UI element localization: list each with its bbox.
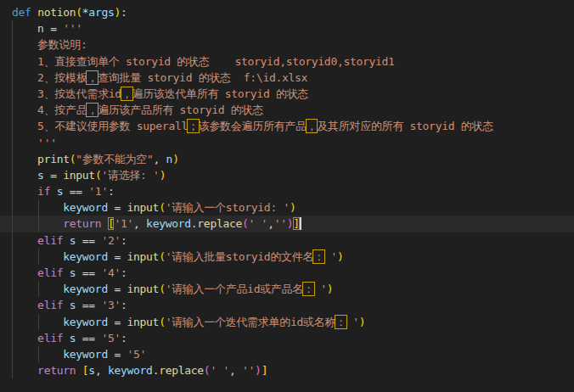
indent-guide — [38, 346, 39, 362]
code-token: , — [229, 364, 242, 377]
code-line[interactable]: 2、按模板，查询批量 storyid 的状态 f:\id.xlsx — [0, 70, 574, 86]
indent-guide — [12, 36, 13, 53]
code-token: = — [108, 316, 127, 328]
code-token: ( — [159, 316, 166, 328]
code-token — [12, 137, 37, 149]
code-line[interactable]: s = input('请选择: ') — [0, 167, 574, 183]
code-line[interactable]: ''' — [0, 135, 574, 151]
code-token: keyword — [63, 201, 108, 214]
code-token — [12, 266, 37, 279]
code-line[interactable]: elif s == '4': — [0, 265, 574, 281]
code-token — [12, 250, 63, 263]
code-token: '3' — [101, 299, 121, 311]
indent-guide — [12, 232, 13, 249]
code-token — [12, 38, 37, 51]
code-line[interactable]: elif s == '3': — [0, 297, 574, 313]
code-line[interactable]: keyword = input('请输入一个产品id或产品名： ') — [0, 281, 574, 297]
code-editor[interactable]: def notion(*args): n = ''' 参数说明: 1、直接查询单… — [0, 0, 574, 392]
code-token — [12, 71, 37, 84]
code-token: keyword — [63, 348, 108, 361]
code-token: '请输入一个storyid: ' — [166, 201, 290, 214]
code-token: : — [121, 299, 127, 311]
code-token — [12, 364, 37, 377]
code-line[interactable]: elif s == '5': — [0, 330, 574, 346]
indent-guide — [12, 118, 13, 134]
code-token: ( — [159, 201, 166, 214]
code-line[interactable]: 参数说明: — [0, 36, 574, 53]
code-token: s — [88, 364, 95, 377]
code-token — [63, 299, 70, 311]
code-line[interactable]: print("参数不能为空", n) — [0, 151, 574, 167]
indent-guide — [38, 249, 39, 265]
code-token: input — [63, 169, 95, 182]
code-line[interactable]: n = ''' — [0, 20, 574, 36]
indent-guide — [12, 249, 13, 265]
code-token: , — [95, 364, 108, 377]
code-token: return — [37, 364, 76, 377]
indent-guide — [12, 362, 13, 378]
code-token: '5' — [127, 348, 147, 361]
code-line[interactable]: 5、不建议使用参数 superall；该参数会遍历所有产品，及其所对应的所有 s… — [0, 118, 574, 134]
code-line[interactable]: keyword = input('请输入一个迭代需求单的id或名称： ') — [0, 314, 574, 330]
code-line[interactable]: def notion(*args): — [0, 4, 574, 20]
code-token: ' — [314, 283, 327, 295]
code-token: elif — [37, 332, 63, 344]
code-token: '请输入一个产品id或产品名 — [166, 283, 303, 295]
code-token: ( — [242, 217, 249, 230]
code-line[interactable]: keyword = input('请输入一个storyid: ') — [0, 199, 574, 216]
code-token: : — [121, 266, 127, 279]
indent-guide — [12, 20, 13, 36]
indent-guide — [38, 199, 39, 216]
code-line[interactable]: 3、按迭代需求id，遍历该迭代单所有 storyid 的状态 — [0, 86, 574, 102]
code-token — [12, 185, 37, 198]
code-token: elif — [37, 266, 63, 279]
code-line[interactable]: elif s == '2': — [0, 232, 574, 249]
code-token — [12, 104, 37, 116]
code-line[interactable]: keyword = '5' — [0, 346, 574, 362]
code-token — [101, 217, 108, 230]
indent-guide — [12, 281, 13, 297]
code-line[interactable]: 4、按产品，遍历该产品所有 storyid 的状态 — [0, 102, 574, 118]
code-token: replace — [159, 364, 204, 377]
code-token: : — [121, 6, 127, 19]
code-token: input — [127, 283, 160, 295]
code-token — [12, 153, 37, 165]
code-line[interactable]: return [s, keyword.replace(' ', '')] — [0, 362, 574, 378]
code-token: == — [76, 234, 101, 247]
unicode-highlight-char: ： — [335, 316, 346, 328]
code-token: 4、按产品 — [37, 104, 87, 116]
indent-guide — [12, 346, 13, 362]
code-token: ) — [337, 250, 344, 263]
indent-guide — [12, 70, 13, 86]
code-line[interactable]: 1、直接查询单个 storyid 的状态 storyid,storyid0,st… — [0, 53, 574, 70]
code-token: ( — [159, 283, 166, 295]
code-token: if — [37, 185, 50, 198]
code-token — [12, 22, 37, 35]
code-token: input — [127, 250, 160, 263]
code-token: n — [37, 22, 44, 35]
code-token — [12, 299, 37, 311]
indent-guide — [12, 102, 13, 118]
indent-guide — [38, 314, 39, 330]
code-line[interactable]: if s == '1': — [0, 183, 574, 199]
code-token: n — [166, 153, 173, 165]
unicode-highlight-char: ， — [87, 104, 98, 116]
indent-guide — [38, 281, 39, 297]
code-line-current[interactable]: return ['1', keyword.replace(' ','')] — [0, 216, 574, 232]
code-token: '4' — [101, 266, 121, 279]
code-token: ' ' — [210, 364, 229, 377]
code-token — [12, 201, 63, 214]
code-token: ) — [327, 283, 334, 295]
code-token: input — [127, 316, 160, 328]
code-token: ] — [262, 364, 268, 377]
code-token: = — [108, 283, 127, 295]
code-token: keyword — [108, 364, 153, 377]
code-token: print — [37, 153, 70, 165]
code-token: elif — [37, 234, 63, 247]
code-token: keyword — [63, 283, 108, 295]
indent-guide — [12, 135, 13, 151]
indent-guide — [12, 265, 13, 281]
code-token — [12, 332, 37, 344]
code-line[interactable]: keyword = input('请输入批量storyid的文件名： ') — [0, 249, 574, 265]
indent-guide — [12, 314, 13, 330]
